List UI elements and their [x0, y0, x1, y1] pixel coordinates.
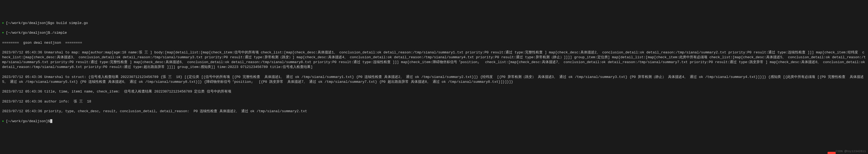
terminal-line: ● [~/work/go/dealjson]$go build simple.g…: [2, 21, 866, 26]
prompt-indicator-icon: ●: [2, 21, 4, 24]
watermark-text: CSDN @hsy12342611: [836, 149, 866, 153]
prompt-path: [~/work/go/dealjson]$: [6, 21, 50, 25]
output-author-line: 2023/07/12 05:43:36 author info: 張 三 18: [2, 99, 866, 104]
prompt-indicator-icon: ●: [2, 31, 4, 34]
output-title-line: 2023/07/12 05:43:36 title, time, item1 n…: [2, 89, 866, 94]
output-unmarshal-map: 2023/07/12 05:43:36 Unmarshal to map: ma…: [2, 50, 866, 70]
prompt-indicator-icon: ●: [2, 120, 4, 122]
cursor-icon: [50, 119, 52, 123]
terminal-line[interactable]: ● [~/work/go/dealjson]$: [2, 119, 866, 124]
output-priority-line: 2023/07/12 05:43:36 priority, type, chec…: [2, 109, 866, 114]
output-unmarshal-struct: 2023/07/12 05:43:36 Unmarshal to struct:…: [2, 75, 866, 85]
red-badge-icon: [828, 152, 836, 154]
prompt-path: [~/work/go/dealjson]$: [6, 31, 50, 35]
terminal-line: ● [~/work/go/dealjson]$./simple: [2, 30, 866, 35]
command-text: ./simple: [50, 31, 67, 35]
separator-line: ======== gson deal nestjson ========: [2, 40, 866, 45]
command-text: go build simple.go: [50, 21, 88, 25]
prompt-path: [~/work/go/dealjson]$: [6, 119, 50, 123]
